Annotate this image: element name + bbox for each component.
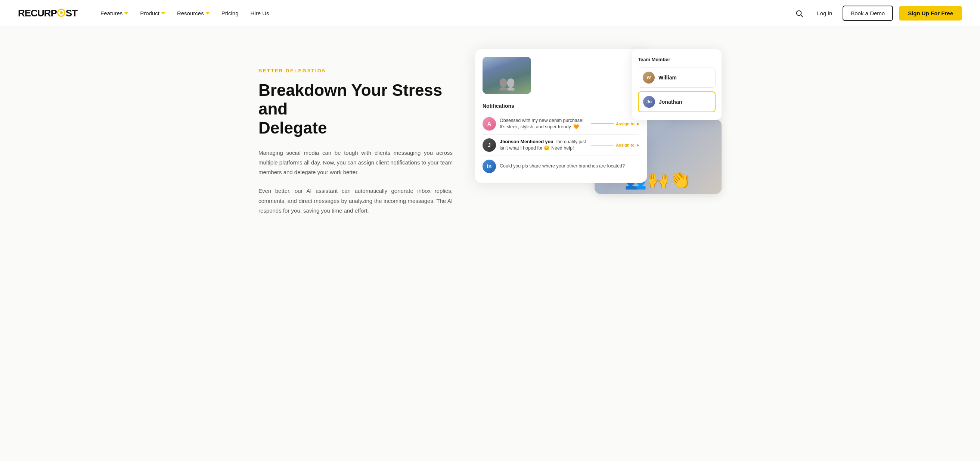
features-chevron-icon [124,12,128,14]
notif-avatar-2: J [482,138,496,152]
jonathan-name: Jonathan [659,99,682,105]
features-label: Features [100,10,123,16]
jonathan-avatar: Jo [643,96,655,108]
notif-avatar-3: in [482,160,496,173]
main-heading: Breakdown Your Stress and Delegate [258,81,453,138]
notification-row-1: A Obsessed with my new denim purchase! I… [482,113,640,135]
assign-arrow-2[interactable]: Assign to [591,143,640,147]
nav-pricing[interactable]: Pricing [216,7,244,19]
notif-avatar-1: A [482,117,496,130]
team-member-panel: Team Member W William Jo Jonathan [632,49,722,120]
section-label: Better Delegation [258,68,453,73]
resources-chevron-icon [206,12,210,14]
product-label: Product [140,10,159,16]
page-background: Better Delegation Breakdown Your Stress … [0,27,980,461]
notifications-label: Notifications [482,103,640,109]
left-column: Better Delegation Breakdown Your Stress … [258,68,453,225]
search-icon [795,10,803,17]
svg-line-1 [801,15,803,17]
nav-links: Features Product Resources Pricing Hire … [95,7,792,19]
team-member-label: Team Member [638,57,716,62]
search-button[interactable] [792,6,807,21]
assign-arrow-1[interactable]: Assign to [591,122,640,126]
team-member-william[interactable]: W William [638,68,716,88]
signup-button[interactable]: Sign Up For Free [899,6,962,21]
nav-right: Log in Book a Demo Sign Up For Free [792,6,962,21]
nav-product[interactable]: Product [135,7,170,19]
william-avatar: W [643,71,655,84]
main-content: Better Delegation Breakdown Your Stress … [229,27,751,273]
logo[interactable]: RECURPST [18,8,77,19]
hire-us-label: Hire Us [251,10,269,16]
assign-label-2: Assign to [616,143,635,147]
ui-demo-area: Notifications A Obsessed with my new den… [475,49,722,183]
nav-hire-us[interactable]: Hire Us [245,7,275,19]
notif-text-1: Obsessed with my new denim purchase! It'… [500,117,587,130]
notifications-card: Notifications A Obsessed with my new den… [475,49,647,183]
team-member-jonathan[interactable]: Jo Jonathan [638,91,716,112]
notification-row-2: J Jhonson Mentioned you The quality just… [482,135,640,156]
pricing-label: Pricing [221,10,239,16]
notification-row-3: in Could you pls share where your other … [482,156,640,177]
hero-image-top [482,57,531,94]
notif-text-3: Could you pls share where your other bra… [500,163,640,170]
resources-label: Resources [177,10,204,16]
nav-features[interactable]: Features [95,7,133,19]
product-chevron-icon [161,12,165,14]
nav-resources[interactable]: Resources [172,7,215,19]
paragraph-2: Even better, our AI assistant can automa… [258,186,453,215]
logo-icon [57,9,65,17]
logo-text: RECURPST [18,8,77,19]
login-button[interactable]: Log in [812,7,837,19]
book-demo-button[interactable]: Book a Demo [843,6,893,21]
right-column: Notifications A Obsessed with my new den… [475,49,722,243]
paragraph-1: Managing social media can be tough with … [258,148,453,177]
navbar: RECURPST Features Product Resources Pric… [0,0,980,27]
william-name: William [659,74,677,81]
notif-text-2: Jhonson Mentioned you The quality just i… [500,139,587,152]
assign-label-1: Assign to [616,122,635,126]
